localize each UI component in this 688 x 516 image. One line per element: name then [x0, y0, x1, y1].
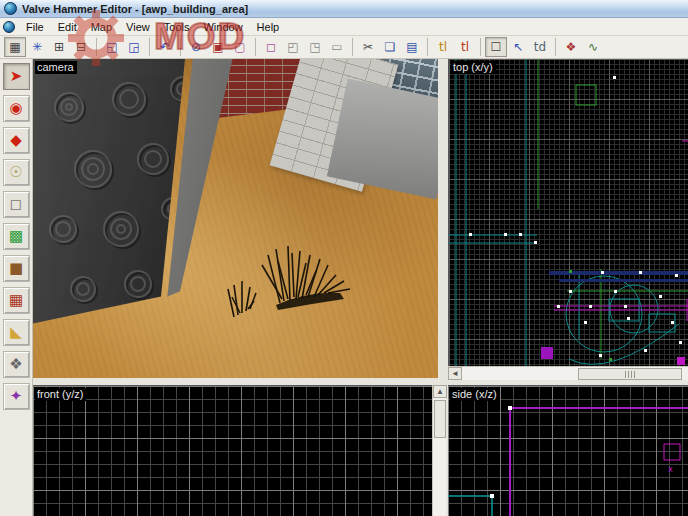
- apply-decals-tool[interactable]: ▦: [3, 287, 30, 314]
- toolbar-separator: [352, 38, 353, 56]
- menu-view[interactable]: View: [119, 20, 157, 34]
- menu-help[interactable]: Help: [250, 20, 287, 34]
- viewport-camera[interactable]: camera: [33, 59, 438, 378]
- toggle-cordon-button[interactable]: ❖: [560, 37, 582, 57]
- top-viewport-hscrollbar[interactable]: ◄: [448, 366, 688, 380]
- check-for-problems-button[interactable]: ∿: [582, 37, 604, 57]
- viewport-label-front: front (y/z): [35, 388, 86, 401]
- watermark-gear-icon: [68, 10, 124, 66]
- toggle-grid-button[interactable]: ▦: [4, 37, 26, 57]
- texture-scale-lock-button[interactable]: tl: [454, 37, 476, 57]
- menu-file[interactable]: File: [19, 20, 51, 34]
- texture-lock-button[interactable]: tl: [432, 37, 454, 57]
- toolbar-separator: [555, 38, 556, 56]
- toolbar-separator: [255, 38, 256, 56]
- window-title: Valve Hammer Editor - [awp_building_area…: [22, 3, 248, 15]
- hide-unselected-button[interactable]: ◳: [304, 37, 326, 57]
- viewport-side[interactable]: x side (x/z): [448, 385, 688, 516]
- ungroup-button[interactable]: ◻: [260, 37, 282, 57]
- viewport-top[interactable]: top (x/y): [448, 59, 688, 366]
- clipping-tool[interactable]: ◣: [3, 319, 30, 346]
- toolbar-separator: [427, 38, 428, 56]
- wireframe-geometry-side: x: [448, 386, 688, 516]
- hide-selected-button[interactable]: ◰: [282, 37, 304, 57]
- svg-text:x: x: [668, 465, 673, 474]
- cut-button[interactable]: ✂: [357, 37, 379, 57]
- grass-sprite: [218, 241, 358, 326]
- save-window-state-button[interactable]: ◲: [123, 37, 145, 57]
- viewport-label-top: top (x/y): [451, 61, 496, 74]
- texture-application-tool[interactable]: ▩: [3, 223, 30, 250]
- paste-button[interactable]: ▤: [401, 37, 423, 57]
- select-box-button[interactable]: ☐: [485, 37, 507, 57]
- hscroll-thumb[interactable]: [578, 368, 682, 380]
- apply-texture-tool[interactable]: ■: [3, 255, 30, 282]
- vertex-tool[interactable]: ❖: [3, 351, 30, 378]
- viewport-label-side: side (x/z): [450, 388, 500, 401]
- toolbar-separator: [149, 38, 150, 56]
- entity-tool[interactable]: ☉: [3, 159, 30, 186]
- block-tool[interactable]: ◻: [3, 191, 30, 218]
- toggle-texture-application-button[interactable]: td: [529, 37, 551, 57]
- viewport-front[interactable]: front (y/z): [33, 385, 432, 516]
- toolbar-separator: [480, 38, 481, 56]
- front-viewport-vscrollbar[interactable]: ▲: [432, 385, 446, 516]
- app-icon: [4, 2, 17, 15]
- document-icon[interactable]: [3, 21, 15, 33]
- pointer-select-button[interactable]: ↖: [507, 37, 529, 57]
- scroll-up-arrow[interactable]: ▲: [433, 385, 447, 398]
- snap-to-grid-button[interactable]: ✳: [26, 37, 48, 57]
- watermark-text: MOD: [154, 16, 246, 58]
- vscroll-thumb[interactable]: [434, 400, 446, 438]
- grid-smaller-button[interactable]: ⊞: [48, 37, 70, 57]
- wireframe-geometry-top: [449, 59, 688, 366]
- camera-tool[interactable]: ◆: [3, 127, 30, 154]
- magnify-tool[interactable]: ◉: [3, 95, 30, 122]
- scroll-left-arrow[interactable]: ◄: [448, 367, 462, 380]
- selection-tool[interactable]: ➤: [3, 63, 30, 90]
- copy-button[interactable]: ❏: [379, 37, 401, 57]
- tool-palette: ➤◉◆☉◻▩■▦◣❖✦: [0, 59, 33, 516]
- path-tool[interactable]: ✦: [3, 383, 30, 410]
- unhide-button[interactable]: ▭: [326, 37, 348, 57]
